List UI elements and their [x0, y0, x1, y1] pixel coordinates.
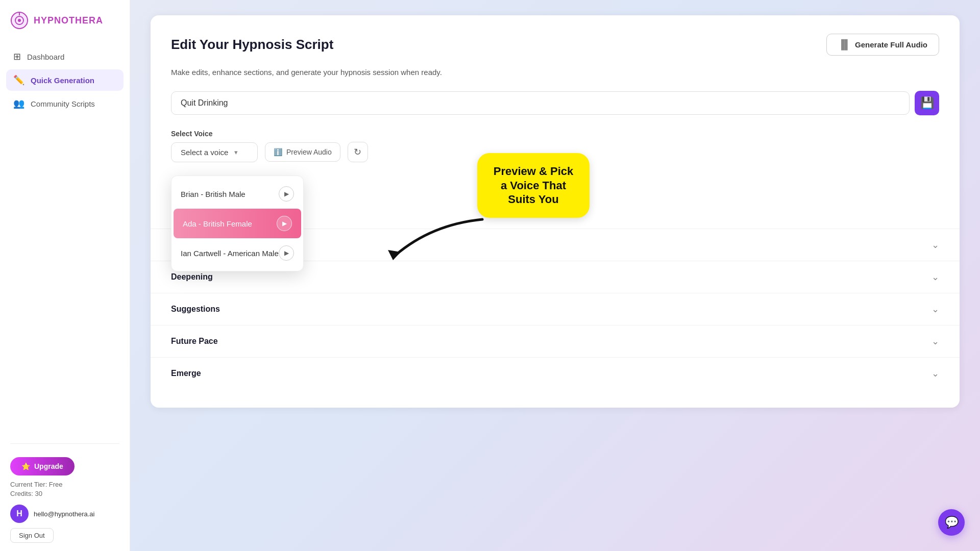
- refresh-icon: ↻: [354, 146, 361, 158]
- voice-option-brian-label: Brian - British Male: [181, 190, 246, 198]
- wave-icon: ▐▌: [838, 39, 851, 50]
- logo-area: HYPNOTHERA: [0, 0, 130, 41]
- chat-fab-button[interactable]: 💬: [938, 509, 965, 536]
- voice-option-ian-label: Ian Cartwell - American Male: [181, 249, 279, 258]
- sidebar-nav: ⊞ Dashboard ✏️ Quick Generation 👥 Commun…: [0, 41, 130, 438]
- chevron-deepening-icon: ⌄: [932, 271, 939, 283]
- main-card: Edit Your Hypnosis Script ▐▌ Generate Fu…: [151, 15, 960, 408]
- sidebar-item-community-scripts-label: Community Scripts: [31, 99, 95, 108]
- section-suggestions[interactable]: Suggestions ⌄: [171, 293, 939, 325]
- voice-section-label: Select Voice: [171, 130, 939, 138]
- card-header: Edit Your Hypnosis Script ▐▌ Generate Fu…: [171, 34, 939, 56]
- preview-audio-label: Preview Audio: [286, 148, 332, 156]
- sidebar: HYPNOTHERA ⊞ Dashboard ✏️ Quick Generati…: [0, 0, 130, 551]
- user-row: H hello@hypnothera.ai: [10, 505, 119, 523]
- signout-button[interactable]: Sign Out: [10, 528, 54, 543]
- upgrade-button[interactable]: ⭐ Upgrade: [10, 457, 75, 475]
- section-future-pace[interactable]: Future Pace ⌄: [171, 325, 939, 357]
- community-scripts-icon: 👥: [13, 98, 24, 109]
- voice-dropdown-placeholder: Select a voice: [181, 148, 228, 157]
- chevron-emerge-icon: ⌄: [932, 368, 939, 379]
- chat-icon: 💬: [945, 516, 959, 529]
- voice-dropdown[interactable]: Select a voice ▾: [171, 142, 258, 162]
- save-icon: 💾: [920, 96, 934, 110]
- save-script-button[interactable]: 💾: [915, 91, 939, 115]
- quick-generation-icon: ✏️: [13, 74, 24, 86]
- subtitle: Make edits, enhance sections, and genera…: [171, 68, 939, 77]
- play-ian-button[interactable]: ▶: [279, 245, 294, 261]
- callout-bubble: Preview & Pick a Voice That Suits You: [477, 153, 590, 218]
- section-emerge[interactable]: Emerge ⌄: [171, 358, 939, 389]
- sidebar-item-dashboard-label: Dashboard: [27, 53, 64, 61]
- sidebar-item-dashboard[interactable]: ⊞ Dashboard: [6, 46, 124, 67]
- play-brian-button[interactable]: ▶: [279, 186, 294, 202]
- voice-option-ada-label: Ada - British Female: [183, 219, 252, 228]
- play-ada-button[interactable]: ▶: [277, 216, 292, 231]
- chevron-set-the-scene-icon: ⌄: [932, 239, 939, 251]
- logo-icon: [10, 11, 29, 30]
- generate-btn-label: Generate Full Audio: [855, 40, 927, 49]
- sidebar-item-quick-generation-label: Quick Generation: [31, 76, 94, 85]
- info-icon: ℹ️: [274, 148, 282, 156]
- section-future-pace-title: Future Pace: [171, 337, 218, 346]
- chevron-suggestions-icon: ⌄: [932, 304, 939, 315]
- voice-option-ada[interactable]: Ada - British Female ▶: [174, 209, 301, 238]
- voice-menu: Brian - British Male ▶ Ada - British Fem…: [171, 176, 304, 271]
- dashboard-icon: ⊞: [13, 51, 21, 62]
- generate-full-audio-button[interactable]: ▐▌ Generate Full Audio: [826, 34, 939, 56]
- logo-text: HYPNOTHERA: [34, 15, 103, 26]
- chevron-future-pace-icon: ⌄: [932, 336, 939, 347]
- credits-info: Credits: 30: [10, 490, 119, 497]
- main-content: Edit Your Hypnosis Script ▐▌ Generate Fu…: [130, 0, 980, 551]
- voice-option-brian[interactable]: Brian - British Male ▶: [172, 179, 303, 209]
- svg-point-2: [18, 19, 21, 22]
- callout-arrow: [380, 214, 493, 265]
- callout-text: Preview & Pick a Voice That Suits You: [494, 165, 574, 206]
- star-icon: ⭐: [21, 462, 30, 470]
- sidebar-item-community-scripts[interactable]: 👥 Community Scripts: [6, 93, 124, 114]
- section-deepening-title: Deepening: [171, 272, 213, 282]
- sidebar-item-quick-generation[interactable]: ✏️ Quick Generation: [6, 69, 124, 91]
- avatar: H: [10, 505, 29, 523]
- sidebar-divider: [10, 443, 119, 444]
- user-email: hello@hypnothera.ai: [34, 510, 94, 518]
- script-input-row: 💾: [171, 91, 939, 115]
- preview-audio-button[interactable]: ℹ️ Preview Audio: [265, 142, 340, 162]
- upgrade-button-label: Upgrade: [34, 462, 63, 470]
- sidebar-bottom: ⭐ Upgrade Current Tier: Free Credits: 30…: [0, 449, 130, 551]
- section-emerge-title: Emerge: [171, 369, 201, 378]
- script-title-input[interactable]: [171, 91, 910, 115]
- section-suggestions-title: Suggestions: [171, 305, 220, 314]
- refresh-button[interactable]: ↻: [348, 142, 368, 162]
- page-title: Edit Your Hypnosis Script: [171, 37, 333, 53]
- voice-option-ian[interactable]: Ian Cartwell - American Male ▶: [172, 238, 303, 268]
- tier-info: Current Tier: Free: [10, 481, 119, 488]
- chevron-down-icon: ▾: [234, 148, 238, 156]
